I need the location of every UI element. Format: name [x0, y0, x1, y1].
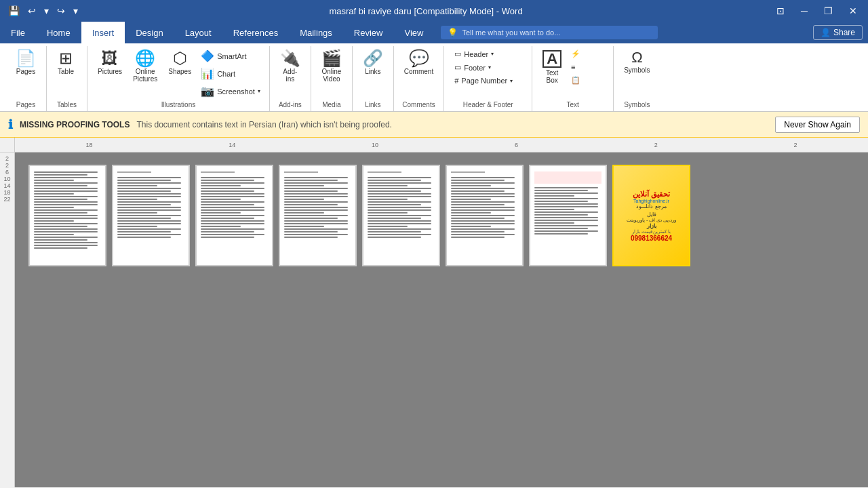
page-line — [368, 220, 431, 222]
page-line — [534, 225, 598, 226]
smartart-button[interactable]: 🔷 SmartArt — [197, 47, 264, 64]
tab-mailings[interactable]: Mailings — [289, 22, 343, 43]
wordart-button[interactable]: ≡ — [568, 61, 587, 73]
text-box-button[interactable]: A TextBox — [538, 47, 566, 87]
hf-column: ▭ Header ▾ ▭ Footer ▾ # Page Number ▾ — [450, 47, 517, 87]
chart-button[interactable]: 📊 Chart — [197, 65, 264, 82]
page-number-button[interactable]: # Page Number ▾ — [450, 75, 517, 87]
addins-button[interactable]: 🔌 Add-ins — [275, 47, 305, 85]
close-button[interactable]: ✕ — [844, 4, 863, 18]
page-line — [368, 199, 408, 200]
page-line — [534, 209, 574, 210]
tab-design[interactable]: Design — [125, 22, 174, 43]
page-line — [451, 199, 491, 200]
page-line — [117, 237, 171, 238]
table-button[interactable]: ⊞ Table — [52, 47, 79, 78]
page-line — [451, 201, 515, 203]
page-line — [368, 188, 431, 189]
minimize-button[interactable]: ─ — [795, 4, 813, 18]
group-pages: 📄 Pages Pages — [5, 46, 47, 111]
page-line — [451, 180, 505, 181]
screenshot-button[interactable]: 📷 Screenshot ▾ — [197, 83, 264, 100]
pictures-button[interactable]: 🖼 Pictures — [93, 47, 127, 78]
links-button[interactable]: 🔗 Links — [358, 47, 388, 78]
page-thumb-4[interactable] — [279, 165, 357, 266]
ruler-corner — [0, 138, 15, 152]
notification-message: This document contains text in Persian (… — [136, 120, 768, 129]
tab-layout[interactable]: Layout — [174, 22, 222, 43]
footer-label: Footer — [464, 64, 486, 72]
page-thumb-8[interactable]: تحقیق آنلاین Tahghighonline.ir مرجع دانل… — [612, 165, 690, 266]
pages-button[interactable]: 📄 Pages — [11, 47, 41, 78]
customize-dropdown[interactable]: ▾ — [71, 4, 81, 18]
page-line — [34, 228, 98, 230]
tab-home[interactable]: Home — [36, 22, 81, 43]
online-pictures-icon: 🌐 — [135, 50, 155, 66]
ad-price: با کمترین قیمت بازار — [632, 229, 671, 235]
page-number-label: Page Number — [461, 77, 507, 85]
page-line — [201, 185, 241, 186]
media-group-label: Media — [317, 100, 347, 111]
page-line — [34, 220, 74, 222]
page-thumb-7[interactable] — [529, 165, 607, 266]
page-line — [201, 226, 241, 227]
save-button[interactable]: 💾 — [5, 4, 22, 18]
comment-button[interactable]: 💬 Comment — [399, 47, 438, 78]
page-thumb-3[interactable] — [195, 165, 273, 266]
online-video-button[interactable]: 🎬 OnlineVideo — [317, 47, 347, 85]
page-line — [284, 209, 348, 211]
hf-items: ▭ Header ▾ ▭ Footer ▾ # Page Number ▾ — [450, 47, 526, 100]
never-show-again-button[interactable]: Never Show Again — [775, 117, 860, 133]
shapes-button[interactable]: ⬡ Shapes — [163, 47, 196, 78]
page-thumb-2[interactable] — [112, 165, 190, 266]
share-button[interactable]: 👤 Share — [813, 25, 863, 40]
page-line — [34, 237, 98, 238]
symbols-icon: Ω — [631, 50, 642, 65]
group-header-footer: ▭ Header ▾ ▭ Footer ▾ # Page Number ▾ — [444, 46, 532, 111]
tab-references[interactable]: References — [222, 22, 289, 43]
page-line — [368, 196, 431, 197]
page-line — [284, 201, 348, 203]
undo-dropdown[interactable]: ▾ — [41, 4, 52, 18]
header-icon: ▭ — [454, 49, 461, 58]
redo-button[interactable]: ↪ — [54, 4, 68, 18]
page-line — [34, 231, 98, 232]
page-line — [451, 212, 491, 214]
page-thumb-1[interactable] — [28, 165, 106, 266]
quick-parts-button[interactable]: ⚡ — [568, 47, 587, 60]
group-comments: 💬 Comment Comments — [394, 46, 444, 111]
ribbon-tabs: File Home Insert Design Layout Reference… — [0, 22, 868, 43]
page-line — [34, 207, 74, 208]
tab-insert[interactable]: Insert — [81, 22, 125, 43]
undo-button[interactable]: ↩ — [25, 4, 39, 18]
tell-me-box[interactable]: 💡 Tell me what you want to do... — [441, 26, 658, 39]
page-thumb-5[interactable] — [362, 165, 440, 266]
symbols-button[interactable]: Ω Symbols — [619, 47, 654, 77]
header-button[interactable]: ▭ Header ▾ — [450, 47, 517, 60]
page-line — [117, 193, 181, 195]
page-line — [451, 218, 505, 219]
footer-button[interactable]: ▭ Footer ▾ — [450, 61, 517, 74]
tab-view[interactable]: View — [393, 22, 434, 43]
page-number-dropdown: ▾ — [510, 78, 513, 84]
page-line — [34, 242, 98, 243]
page-thumb-6[interactable] — [446, 165, 524, 266]
page-line — [368, 215, 431, 216]
page-line — [368, 209, 431, 211]
screenshot-label: Screenshot — [217, 87, 255, 96]
restore-button[interactable]: ❐ — [818, 4, 838, 18]
page-line — [117, 223, 181, 224]
page-line — [368, 201, 431, 203]
page-line — [117, 204, 171, 205]
tab-file[interactable]: File — [0, 22, 36, 43]
tab-review[interactable]: Review — [343, 22, 394, 43]
page-line — [284, 218, 338, 219]
page-line — [117, 228, 181, 230]
page-3-content — [197, 166, 272, 243]
document-area[interactable]: تحقیق آنلاین Tahghighonline.ir مرجع دانل… — [15, 152, 868, 487]
smartart-icon: 🔷 — [201, 49, 214, 62]
vertical-ruler: 2 2 6 10 14 18 22 — [0, 152, 15, 487]
window-icon[interactable]: ⊡ — [771, 4, 790, 18]
online-pictures-button[interactable]: 🌐 OnlinePictures — [128, 47, 162, 85]
dropcap-button[interactable]: 📋 — [568, 74, 587, 87]
